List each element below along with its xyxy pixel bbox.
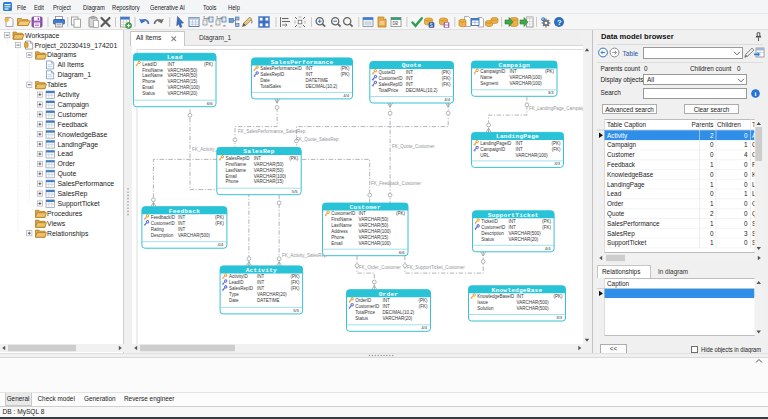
svg-text:ActivityID: ActivityID	[228, 274, 248, 279]
svg-text:VARCHAR(20): VARCHAR(20)	[508, 236, 538, 241]
svg-text:0: 0	[744, 161, 748, 168]
svg-text:Date: Date	[228, 297, 238, 302]
svg-text:FK_SalesPerformance_SalesRep: FK_SalesPerformance_SalesRep	[238, 129, 306, 134]
svg-text:i: i	[754, 90, 756, 97]
svg-text:Caption: Caption	[607, 279, 629, 287]
svg-text:DB: DB	[393, 21, 399, 26]
svg-text:Table Caption: Table Caption	[607, 121, 647, 129]
svg-text:Quote: Quote	[401, 62, 421, 69]
svg-text:VARCHAR(100): VARCHAR(100)	[167, 85, 200, 90]
svg-text:3/3: 3/3	[554, 161, 560, 166]
svg-text:FK_Activity_SalesRep: FK_Activity_SalesRep	[282, 253, 327, 258]
svg-text:FK_Feedback_Customer: FK_Feedback_Customer	[371, 181, 422, 186]
svg-text:Lead: Lead	[607, 190, 622, 197]
svg-text:INT: INT	[305, 66, 313, 71]
svg-text:INT: INT	[257, 286, 265, 291]
svg-text:DECIMAL(10,2): DECIMAL(10,2)	[382, 309, 414, 314]
svg-text:Address: Address	[331, 229, 348, 234]
svg-text:SalesRep: SalesRep	[607, 230, 635, 238]
svg-text:SalesPerformance: SalesPerformance	[270, 58, 333, 65]
svg-text:Email: Email	[331, 240, 342, 245]
svg-text:0: 0	[744, 181, 748, 188]
svg-text:Activity: Activity	[58, 91, 80, 99]
svg-text:(PK): (PK)	[551, 140, 561, 145]
svg-text:Rating: Rating	[150, 226, 164, 231]
svg-text:VARCHAR(100): VARCHAR(100)	[358, 240, 391, 245]
svg-text:INT: INT	[382, 303, 390, 308]
svg-text:VARCHAR(50): VARCHAR(50)	[358, 217, 388, 222]
svg-text:VARCHAR(500): VARCHAR(500)	[516, 300, 549, 305]
svg-text:(FK): (FK)	[418, 303, 427, 308]
svg-text:INT: INT	[305, 72, 313, 77]
svg-text:0: 0	[710, 141, 714, 148]
svg-text:INT: INT	[358, 211, 366, 216]
svg-text:DECIMAL(10,2): DECIMAL(10,2)	[405, 87, 437, 92]
svg-text:Customer: Customer	[58, 111, 89, 118]
svg-text:0: 0	[744, 210, 748, 217]
svg-text:CampaignID: CampaignID	[480, 146, 506, 151]
svg-text:Status: Status	[481, 236, 495, 241]
svg-text:LandingPage: LandingPage	[607, 181, 645, 189]
svg-text:1: 1	[203, 15, 206, 20]
svg-text:SalesPerformance: SalesPerformance	[607, 220, 660, 227]
svg-text:TotalPrice: TotalPrice	[355, 309, 375, 314]
svg-text:0: 0	[744, 132, 748, 139]
svg-text:TotalPrice: TotalPrice	[378, 87, 398, 92]
svg-text:Order: Order	[58, 160, 76, 167]
svg-text:Lead: Lead	[58, 150, 73, 157]
svg-text:INT: INT	[257, 280, 265, 285]
svg-text:6/6: 6/6	[398, 249, 404, 254]
svg-text:FirstName: FirstName	[142, 67, 163, 72]
svg-text:Name: Name	[480, 75, 493, 80]
svg-text:2: 2	[710, 132, 714, 139]
svg-text:FK_SupportTicket_Customer: FK_SupportTicket_Customer	[407, 265, 465, 270]
svg-text:VARCHAR(100): VARCHAR(100)	[509, 75, 542, 80]
svg-text:(PK): (PK)	[545, 69, 555, 74]
svg-text:Status: Status	[142, 91, 156, 96]
svg-text:Status: Status	[355, 315, 369, 320]
svg-text:VARCHAR(100): VARCHAR(100)	[509, 81, 542, 86]
svg-text:VARCHAR(50): VARCHAR(50)	[253, 167, 283, 172]
svg-text:CustomerID: CustomerID	[331, 211, 356, 216]
svg-text:Activity: Activity	[245, 266, 276, 273]
svg-text:1: 1	[744, 190, 748, 197]
svg-text:SalesPerformanceID: SalesPerformanceID	[260, 66, 302, 71]
svg-text:Lead: Lead	[166, 54, 182, 61]
svg-text:FirstName: FirstName	[225, 161, 246, 166]
svg-text:0: 0	[744, 171, 748, 178]
svg-text:SalesRep: SalesRep	[243, 148, 274, 155]
svg-text:Campaign: Campaign	[498, 61, 529, 68]
svg-text:4/4: 4/4	[343, 92, 349, 97]
svg-text:VARCHAR(50): VARCHAR(50)	[358, 223, 388, 228]
svg-text:LastName: LastName	[331, 223, 352, 228]
svg-text:(PK): (PK)	[289, 155, 299, 160]
svg-text:INT: INT	[515, 140, 523, 145]
svg-text:(PK): (PK)	[340, 66, 350, 71]
svg-text:0: 0	[710, 151, 714, 158]
svg-text:CustomerID: CustomerID	[481, 225, 506, 230]
svg-text:Relationships: Relationships	[47, 230, 89, 238]
svg-text:Tables: Tables	[47, 81, 67, 88]
svg-text:KnowledgeBase: KnowledgeBase	[58, 131, 108, 139]
svg-text:INT: INT	[508, 219, 516, 224]
svg-text:DATETIME: DATETIME	[305, 78, 327, 83]
svg-text:n: n	[210, 23, 212, 28]
svg-text:SalesRep: SalesRep	[58, 190, 88, 198]
svg-text:SalesPerformance: SalesPerformance	[58, 180, 115, 187]
svg-text:?: ?	[557, 18, 562, 27]
svg-text:Email: Email	[142, 85, 153, 90]
svg-text:Diagrams: Diagrams	[47, 51, 77, 59]
svg-text:Feedback: Feedback	[168, 207, 199, 214]
svg-text:VARCHAR(20): VARCHAR(20)	[167, 91, 197, 96]
svg-text:5/5: 5/5	[293, 307, 299, 312]
svg-text:Feedback: Feedback	[607, 161, 636, 168]
svg-text:(FK): (FK)	[290, 280, 299, 285]
svg-text:LeadID: LeadID	[142, 61, 157, 66]
svg-text:5/5: 5/5	[291, 188, 297, 193]
svg-text:Order: Order	[378, 290, 398, 297]
svg-text:LandingPage: LandingPage	[495, 133, 538, 140]
svg-text:Quote: Quote	[607, 210, 625, 218]
svg-text:FK_LandingPage_Campaign: FK_LandingPage_Campaign	[529, 106, 584, 111]
svg-text:2: 2	[710, 210, 714, 217]
svg-text:VARCHAR(50): VARCHAR(50)	[253, 161, 283, 166]
